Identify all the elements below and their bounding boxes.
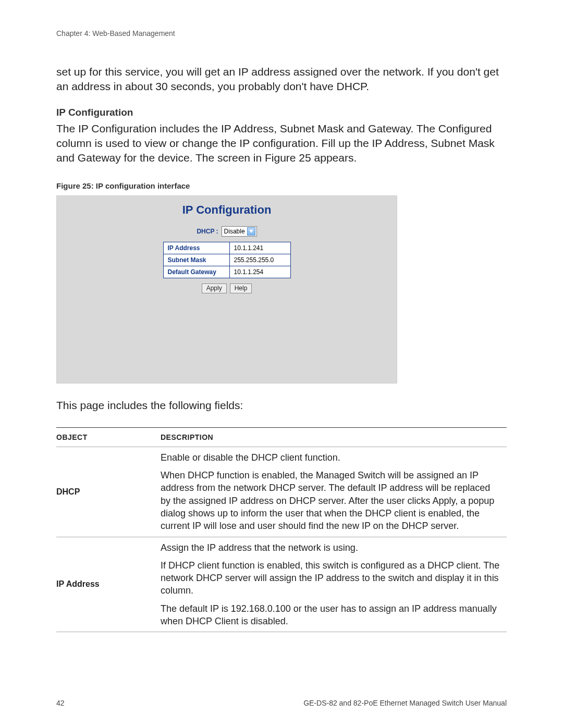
chevron-down-icon: [247, 227, 255, 236]
page-footer: 42 GE-DS-82 and 82-PoE Ethernet Managed …: [56, 699, 507, 707]
desc-paragraph: Enable or disable the DHCP client functi…: [161, 451, 503, 464]
apply-button[interactable]: Apply: [202, 283, 227, 293]
dhcp-select-value: Disable: [224, 228, 245, 235]
col-header-description: Description: [161, 427, 507, 447]
ip-config-table: IP Address 10.1.1.241 Subnet Mask 255.25…: [163, 242, 291, 278]
figure-frame: IP Configuration DHCP : Disable IP Addre…: [56, 195, 397, 384]
figure-button-row: Apply Help: [202, 283, 252, 293]
table-row: IP Address 10.1.1.241: [163, 242, 290, 254]
default-gateway-value[interactable]: 10.1.1.254: [229, 266, 290, 278]
subnet-mask-label: Subnet Mask: [163, 254, 229, 266]
svg-marker-0: [249, 230, 253, 233]
table-header-row: Object Description: [56, 427, 507, 447]
section-heading-ip-configuration: IP Configuration: [56, 107, 507, 118]
desc-paragraph: The default IP is 192.168.0.100 or the u…: [161, 602, 503, 628]
desc-paragraph: When DHCP function is enabled, the Manag…: [161, 469, 503, 532]
col-header-object: Object: [56, 427, 161, 447]
figure-title: IP Configuration: [182, 203, 272, 217]
dhcp-row: DHCP : Disable: [197, 226, 256, 237]
table-row: Default Gateway 10.1.1.254: [163, 266, 290, 278]
ip-config-paragraph: The IP Configuration includes the IP Add…: [56, 121, 507, 166]
dhcp-select[interactable]: Disable: [222, 226, 257, 237]
subnet-mask-value[interactable]: 255.255.255.0: [229, 254, 290, 266]
dhcp-label: DHCP :: [197, 228, 218, 235]
figure-caption: Figure 25: IP configuration interface: [56, 181, 507, 190]
description-cell-ip-address: Assign the IP address that the network i…: [161, 537, 507, 632]
chapter-header: Chapter 4: Web-Based Management: [56, 29, 507, 38]
object-cell-dhcp: DHCP: [56, 447, 161, 537]
help-button[interactable]: Help: [230, 283, 252, 293]
default-gateway-label: Default Gateway: [163, 266, 229, 278]
ip-address-label: IP Address: [163, 242, 229, 254]
table-row: IP Address Assign the IP address that th…: [56, 537, 507, 632]
desc-paragraph: Assign the IP address that the network i…: [161, 541, 503, 554]
table-row: DHCP Enable or disable the DHCP client f…: [56, 447, 507, 537]
fields-intro: This page includes the following fields:: [56, 399, 507, 412]
table-row: Subnet Mask 255.255.255.0: [163, 254, 290, 266]
intro-paragraph: set up for this service, you will get an…: [56, 65, 507, 94]
document-page: Chapter 4: Web-Based Management set up f…: [0, 0, 563, 728]
ip-address-value[interactable]: 10.1.1.241: [229, 242, 290, 254]
manual-title: GE-DS-82 and 82-PoE Ethernet Managed Swi…: [303, 699, 507, 707]
figure-content: IP Configuration DHCP : Disable IP Addre…: [57, 203, 397, 383]
page-number: 42: [56, 699, 65, 707]
object-cell-ip-address: IP Address: [56, 537, 161, 632]
description-cell-dhcp: Enable or disable the DHCP client functi…: [161, 447, 507, 537]
fields-table: Object Description DHCP Enable or disabl…: [56, 427, 507, 633]
desc-paragraph: If DHCP client function is enabled, this…: [161, 559, 503, 597]
